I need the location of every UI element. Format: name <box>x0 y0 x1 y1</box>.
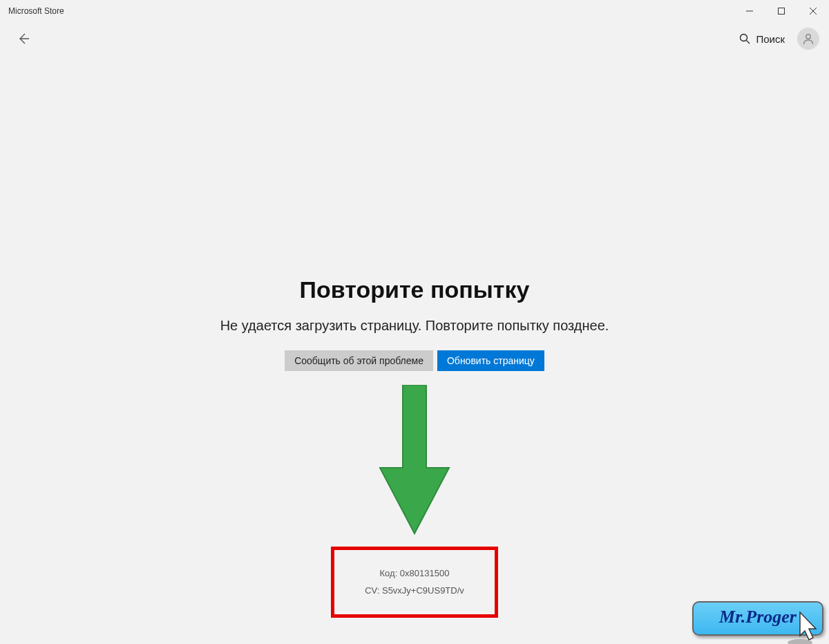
annotation-arrow <box>377 385 452 540</box>
app-toolbar: Поиск <box>0 22 829 55</box>
back-button[interactable] <box>10 25 37 53</box>
error-code-box: Код: 0x80131500 CV: S5vxJy+C9US9TD/v <box>331 547 498 618</box>
minimize-icon <box>746 8 753 15</box>
watermark-button: Mr.Proger <box>692 601 823 636</box>
watermark-text: Mr.Proger <box>719 607 797 627</box>
search-icon <box>739 33 750 44</box>
search-button[interactable]: Поиск <box>739 33 785 45</box>
user-avatar[interactable] <box>797 28 819 50</box>
maximize-button[interactable] <box>765 0 797 22</box>
main-content: Повторите попытку Не удается загрузить с… <box>0 55 829 644</box>
error-button-row: Сообщить об этой проблеме Обновить стран… <box>285 350 544 371</box>
window-titlebar: Microsoft Store <box>0 0 829 22</box>
refresh-page-button[interactable]: Обновить страницу <box>437 350 544 371</box>
close-icon <box>810 8 817 15</box>
cursor-icon <box>786 608 825 644</box>
close-button[interactable] <box>797 0 829 22</box>
watermark: Mr.Proger <box>692 601 823 636</box>
person-icon <box>801 32 815 46</box>
toolbar-right: Поиск <box>739 28 819 50</box>
back-arrow-icon <box>17 32 30 46</box>
error-code: Код: 0x80131500 <box>365 565 464 583</box>
svg-point-6 <box>806 35 810 39</box>
maximize-icon <box>778 8 785 15</box>
error-heading: Повторите попытку <box>300 276 530 303</box>
arrow-down-icon <box>377 385 452 537</box>
svg-line-5 <box>747 41 750 44</box>
report-problem-button[interactable]: Сообщить об этой проблеме <box>285 350 433 371</box>
window-controls <box>734 0 829 22</box>
error-cv: CV: S5vxJy+C9US9TD/v <box>365 583 464 600</box>
minimize-button[interactable] <box>734 0 765 22</box>
search-label: Поиск <box>756 33 785 45</box>
window-title: Microsoft Store <box>8 6 64 16</box>
error-message: Не удается загрузить страницу. Повторите… <box>220 316 609 335</box>
svg-point-4 <box>741 35 747 41</box>
svg-rect-1 <box>779 8 785 15</box>
